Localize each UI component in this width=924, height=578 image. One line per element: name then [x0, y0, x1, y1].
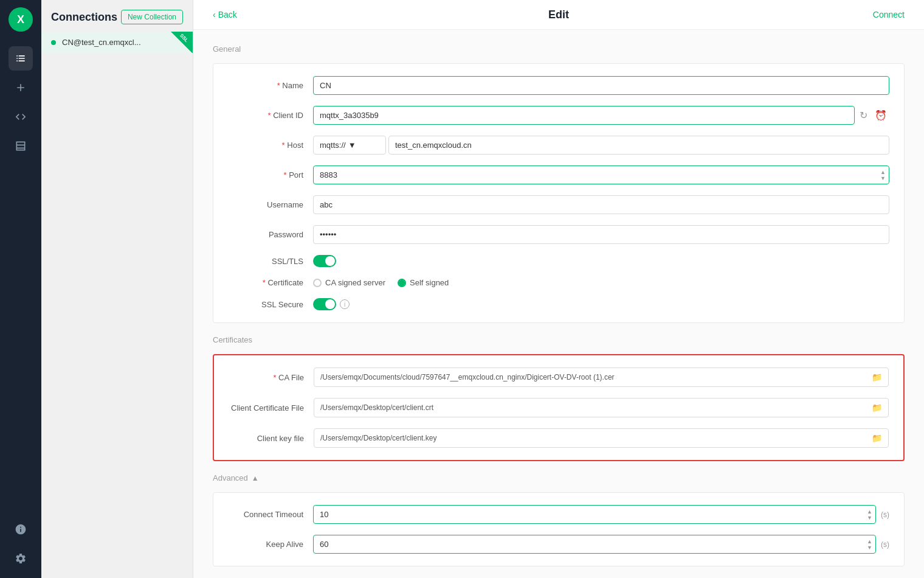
keep-alive-input[interactable]: [313, 535, 876, 554]
ca-file-input-wrap: /Users/emqx/Documents/cloud/7597647__emq…: [314, 367, 889, 387]
main-header: ‹ Back Edit Connect: [193, 0, 924, 30]
ssl-secure-toggle[interactable]: [313, 298, 336, 310]
certificates-section-box: CA File /Users/emqx/Documents/cloud/7597…: [213, 354, 905, 461]
keep-alive-label: Keep Alive: [228, 540, 313, 549]
port-input[interactable]: [313, 165, 889, 184]
host-label: Host: [228, 141, 313, 150]
sidebar-item-connections[interactable]: [9, 46, 33, 71]
username-input[interactable]: [313, 195, 889, 214]
username-row: Username: [228, 195, 889, 214]
general-section-title: General: [213, 44, 905, 54]
password-input[interactable]: [313, 225, 889, 244]
connect-timeout-unit: (s): [881, 510, 889, 519]
port-row: Port ▲ ▼: [228, 165, 889, 184]
sidebar-item-info[interactable]: [9, 517, 33, 541]
connect-timeout-decrement-button[interactable]: ▼: [867, 515, 872, 520]
client-id-input[interactable]: [313, 106, 855, 125]
password-row: Password: [228, 225, 889, 244]
connect-timeout-row: Connect Timeout ▲ ▼ (s): [228, 505, 889, 524]
app-logo[interactable]: X: [9, 7, 33, 32]
ca-file-label: CA File: [229, 373, 314, 382]
client-cert-value: /Users/emqx/Desktop/cert/client.crt: [314, 399, 866, 416]
connect-timeout-label: Connect Timeout: [228, 510, 313, 519]
connection-name: CN@test_cn.emqxcl...: [62, 38, 183, 47]
sidebar-item-code[interactable]: [9, 105, 33, 129]
radio-self-signed-circle: [398, 279, 406, 287]
sidebar-item-add[interactable]: [9, 75, 33, 100]
keep-alive-unit: (s): [881, 540, 889, 549]
radio-ca-signed-circle: [313, 279, 322, 287]
certificate-label: Certificate: [228, 278, 313, 287]
keep-alive-row: Keep Alive ▲ ▼ (s): [228, 535, 889, 554]
connect-timeout-input-wrap: ▲ ▼: [313, 505, 876, 524]
connections-panel: Connections New Collection CN@test_cn.em…: [41, 0, 193, 578]
client-cert-label: Client Certificate File: [229, 403, 314, 413]
ssl-secure-row: SSL Secure i: [228, 298, 889, 310]
host-protocol-select[interactable]: mqtts:// ▼: [313, 136, 386, 155]
keep-alive-input-wrap: ▲ ▼: [313, 535, 876, 554]
port-label: Port: [228, 170, 313, 179]
password-label: Password: [228, 230, 313, 239]
port-spinners: ▲ ▼: [880, 169, 886, 181]
ssl-tls-label: SSL/TLS: [228, 257, 313, 266]
refresh-client-id-button[interactable]: ↻: [857, 107, 870, 124]
host-row: Host mqtts:// ▼: [228, 136, 889, 155]
connection-item[interactable]: CN@test_cn.emqxcl... SSL: [41, 32, 193, 53]
client-id-row: Client ID ↻ ⏰: [228, 106, 889, 125]
client-cert-row: Client Certificate File /Users/emqx/Desk…: [229, 398, 889, 417]
name-row: Name: [228, 76, 889, 95]
keep-alive-increment-button[interactable]: ▲: [867, 538, 872, 544]
radio-ca-signed[interactable]: CA signed server: [313, 278, 385, 287]
client-key-label: Client key file: [229, 434, 314, 443]
new-collection-button[interactable]: New Collection: [121, 10, 183, 24]
keep-alive-spinners: ▲ ▼: [867, 538, 872, 550]
username-label: Username: [228, 200, 313, 209]
ca-file-row: CA File /Users/emqx/Documents/cloud/7597…: [229, 367, 889, 387]
advanced-section-box: Connect Timeout ▲ ▼ (s) Keep Alive ▲: [213, 492, 905, 566]
port-input-wrap: ▲ ▼: [313, 165, 889, 184]
general-section-box: Name Client ID ↻ ⏰ Host mqtts:// ▼: [213, 63, 905, 323]
client-id-input-row: ↻ ⏰: [313, 106, 889, 125]
port-increment-button[interactable]: ▲: [880, 169, 886, 175]
ssl-secure-info-icon[interactable]: i: [340, 299, 350, 309]
main-content: ‹ Back Edit Connect General Name Client …: [193, 0, 924, 578]
back-button[interactable]: ‹ Back: [213, 10, 237, 19]
host-input-row: mqtts:// ▼: [313, 136, 889, 155]
connect-timeout-spinners: ▲ ▼: [867, 509, 872, 520]
sidebar-item-settings[interactable]: [9, 546, 33, 571]
client-id-label: Client ID: [228, 111, 313, 120]
connection-status-dot: [51, 40, 56, 45]
advanced-section-header[interactable]: Advanced ▲: [213, 473, 905, 482]
client-key-input-wrap: /Users/emqx/Desktop/cert/client.key 📁: [314, 428, 889, 448]
port-decrement-button[interactable]: ▼: [880, 175, 886, 181]
name-label: Name: [228, 81, 313, 90]
ca-file-browse-button[interactable]: 📁: [866, 368, 888, 386]
certificate-row: Certificate CA signed server Self signed: [228, 278, 889, 287]
advanced-toggle-arrow: ▲: [252, 474, 259, 482]
client-cert-input-wrap: /Users/emqx/Desktop/cert/client.crt 📁: [314, 398, 889, 417]
sidebar-item-table[interactable]: [9, 134, 33, 158]
radio-self-signed[interactable]: Self signed: [398, 278, 449, 287]
connect-timeout-input[interactable]: [313, 505, 876, 524]
client-key-row: Client key file /Users/emqx/Desktop/cert…: [229, 428, 889, 448]
ssl-secure-label: SSL Secure: [228, 300, 313, 309]
ssl-tls-row: SSL/TLS: [228, 255, 889, 267]
connect-timeout-increment-button[interactable]: ▲: [867, 509, 872, 514]
keep-alive-decrement-button[interactable]: ▼: [867, 545, 872, 550]
connections-title: Connections: [51, 11, 117, 24]
name-input[interactable]: [313, 76, 889, 95]
clock-client-id-button[interactable]: ⏰: [872, 107, 889, 124]
certificate-radio-group: CA signed server Self signed: [313, 278, 449, 287]
client-key-value: /Users/emqx/Desktop/cert/client.key: [314, 430, 866, 447]
connect-button[interactable]: Connect: [873, 10, 905, 19]
ssl-tls-toggle[interactable]: [313, 255, 336, 267]
host-input[interactable]: [388, 136, 889, 155]
connections-header: Connections New Collection: [41, 0, 193, 32]
certificates-section-title: Certificates: [213, 335, 905, 344]
client-cert-browse-button[interactable]: 📁: [866, 399, 888, 417]
form-area: General Name Client ID ↻ ⏰ Host: [193, 30, 924, 578]
page-title: Edit: [548, 9, 569, 21]
ca-file-value: /Users/emqx/Documents/cloud/7597647__emq…: [314, 369, 866, 386]
sidebar: X: [0, 0, 41, 578]
client-key-browse-button[interactable]: 📁: [866, 429, 888, 447]
